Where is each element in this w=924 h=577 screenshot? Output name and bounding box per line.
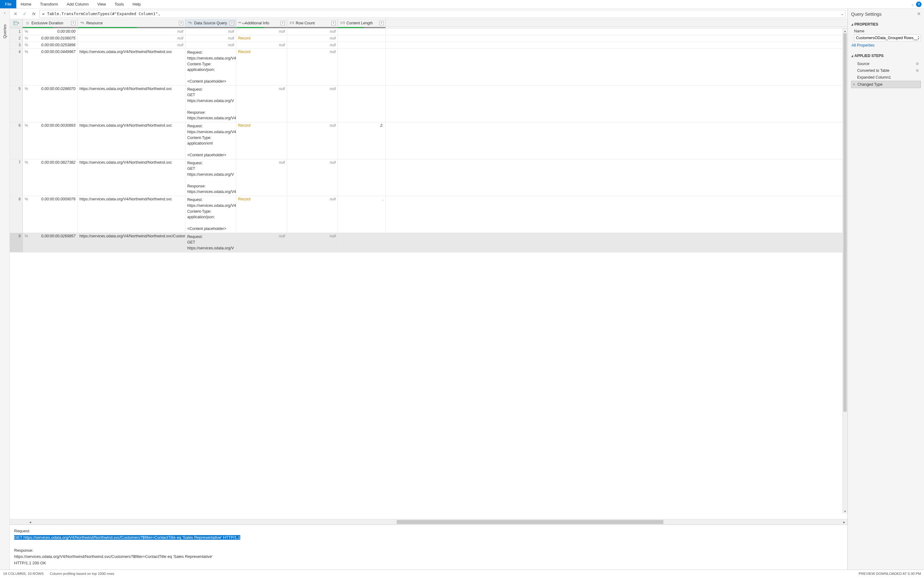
row-header[interactable]: 7 [10, 160, 23, 196]
cell-rowcount[interactable]: null [287, 42, 338, 48]
cell-exclusive[interactable]: %0.00:00:00.0106075 [23, 35, 78, 42]
formula-input[interactable] [40, 11, 839, 16]
cell-dsq[interactable]: null [185, 35, 236, 42]
cell-rowcount[interactable]: null [287, 86, 338, 122]
queries-label[interactable]: Queries [2, 24, 7, 39]
cell-contentlen[interactable] [338, 86, 386, 122]
type-icon[interactable]: ᴬᴮc [79, 21, 85, 25]
cell-rowcount[interactable]: null [287, 233, 338, 252]
row-header[interactable]: 1 [10, 28, 23, 35]
delete-step-icon[interactable]: ✕ [853, 82, 855, 87]
column-header-dsq[interactable]: ᴬᴮcData Source Query▾ [185, 19, 236, 27]
cell-dsq[interactable]: Request: https://services.odata.org/V4/N… [185, 196, 236, 233]
scroll-down-icon[interactable]: ▾ [843, 509, 847, 514]
cell-rowcount[interactable]: null [287, 28, 338, 35]
menu-tools[interactable]: Tools [110, 0, 128, 8]
cell-contentlen[interactable] [338, 35, 386, 42]
vscroll-thumb[interactable] [843, 33, 847, 412]
menu-add-column[interactable]: Add Column [62, 0, 93, 8]
cell-dsq[interactable]: null [185, 28, 236, 35]
scroll-left-icon[interactable]: ◂ [27, 520, 33, 524]
table-row[interactable]: 8%0.00:00:00.0009076https://services.oda… [10, 196, 847, 233]
cell-addl[interactable]: null [236, 160, 287, 196]
column-header-resource[interactable]: ᴬᴮcResource▾ [78, 19, 185, 27]
applied-step[interactable]: Source⚙ [851, 60, 921, 67]
cell-exclusive[interactable]: %0.00:00:00.0009076 [23, 196, 78, 233]
applied-steps-header[interactable]: APPLIED STEPS [851, 52, 921, 60]
formula-expand-icon[interactable]: ⌄ [839, 11, 845, 16]
cell-contentlen[interactable] [338, 28, 386, 35]
queries-expand-icon[interactable]: › [4, 9, 5, 17]
horizontal-scrollbar[interactable]: ◂ ▸ [10, 519, 847, 525]
table-row[interactable]: 1%0.00:00:00nullnullnullnull [10, 28, 847, 35]
cell-exclusive[interactable]: %0.00:00:00.0030893 [23, 122, 78, 159]
cell-exclusive[interactable]: %0.00:00:00.0286070 [23, 86, 78, 122]
cell-resource[interactable]: null [78, 35, 185, 42]
formula-commit-icon[interactable]: ✓ [21, 10, 28, 18]
cell-rowcount[interactable]: null [287, 196, 338, 233]
filter-icon[interactable]: ▾ [331, 21, 336, 25]
table-row[interactable]: 5%0.00:00:00.0286070https://services.oda… [10, 86, 847, 122]
cell-exclusive[interactable]: %0.00:00:00.0449967 [23, 49, 78, 85]
help-icon[interactable]: ? [916, 2, 922, 7]
row-header[interactable]: 2 [10, 35, 23, 42]
cell-rowcount[interactable]: null [287, 160, 338, 196]
cell-addl[interactable]: Record [236, 196, 287, 233]
formula-cancel-icon[interactable]: ✕ [12, 10, 19, 18]
filter-icon[interactable]: ▾ [379, 21, 384, 25]
cell-dsq[interactable]: Request: GET https://services.odata.org/… [185, 160, 236, 196]
table-row[interactable]: 9%0.00:00:00.0269857https://services.oda… [10, 233, 847, 253]
cell-exclusive[interactable]: %0.00:00:00.0827382 [23, 160, 78, 196]
query-name-input[interactable] [854, 34, 921, 41]
gear-icon[interactable]: ⚙ [916, 62, 919, 66]
properties-header[interactable]: PROPERTIES [851, 20, 921, 28]
menu-file[interactable]: File [0, 0, 16, 8]
menu-home[interactable]: Home [16, 0, 36, 8]
cell-rowcount[interactable]: null [287, 49, 338, 85]
cell-dsq[interactable]: null [185, 42, 236, 48]
scroll-right-icon[interactable]: ▸ [841, 520, 847, 524]
close-settings-icon[interactable]: ✕ [917, 11, 921, 17]
cell-contentlen[interactable] [338, 160, 386, 196]
fx-icon[interactable]: fx [30, 11, 38, 16]
cell-resource[interactable]: null [78, 42, 185, 48]
cell-rowcount[interactable]: null [287, 35, 338, 42]
cell-contentlen[interactable]: 2. [338, 122, 386, 159]
cell-exclusive[interactable]: %0.00:00:00.0253896 [23, 42, 78, 48]
cell-contentlen[interactable]: . [338, 196, 386, 233]
cell-resource[interactable]: https://services.odata.org/V4/Northwind/… [78, 122, 185, 159]
ribbon-collapse-icon[interactable]: ⌄ [911, 2, 914, 6]
cell-dsq[interactable]: Request: GET https://services.odata.org/… [185, 86, 236, 122]
cell-resource[interactable]: https://services.odata.org/V4/Northwind/… [78, 86, 185, 122]
cell-rowcount[interactable]: null [287, 122, 338, 159]
row-header[interactable]: 9 [10, 233, 23, 252]
cell-contentlen[interactable] [338, 233, 386, 252]
preview-request-line[interactable]: GET https://services.odata.org/V4/Northw… [14, 535, 240, 540]
cell-addl[interactable]: null [236, 86, 287, 122]
cell-resource[interactable]: https://services.odata.org/V4/Northwind/… [78, 160, 185, 196]
grid-body[interactable]: 1%0.00:00:00nullnullnullnull2%0.00:00:00… [10, 28, 847, 519]
applied-step[interactable]: Expanded Column1 [851, 74, 921, 81]
table-row[interactable]: 4%0.00:00:00.0449967https://services.oda… [10, 49, 847, 86]
cell-dsq[interactable]: Request: https://services.odata.org/V4/N… [185, 122, 236, 159]
cell-addl[interactable]: null [236, 28, 287, 35]
cell-addl[interactable]: null [236, 233, 287, 252]
scroll-up-icon[interactable]: ▴ [843, 28, 847, 33]
type-icon[interactable]: ᴬᴮᶜ₁₂₃ [238, 21, 244, 25]
cell-resource[interactable]: https://services.odata.org/V4/Northwind/… [78, 196, 185, 233]
filter-icon[interactable]: ▾ [230, 21, 234, 25]
all-properties-link[interactable]: All Properties [851, 41, 875, 49]
column-header-rowcount[interactable]: 1²3Row Count▾ [287, 19, 338, 27]
cell-contentlen[interactable] [338, 42, 386, 48]
menu-help[interactable]: Help [128, 0, 145, 8]
row-header[interactable]: 8 [10, 196, 23, 233]
filter-icon[interactable]: ▾ [71, 21, 76, 25]
menu-transform[interactable]: Transform [36, 0, 63, 8]
cell-contentlen[interactable] [338, 49, 386, 85]
table-row[interactable]: 2%0.00:00:00.0106075nullnullRecordnull [10, 35, 847, 42]
cell-addl[interactable]: Record [236, 49, 287, 85]
type-icon[interactable]: ◷ [25, 21, 30, 25]
hscroll-thumb[interactable] [397, 520, 664, 524]
menu-view[interactable]: View [93, 0, 110, 8]
row-header[interactable]: 3 [10, 42, 23, 48]
